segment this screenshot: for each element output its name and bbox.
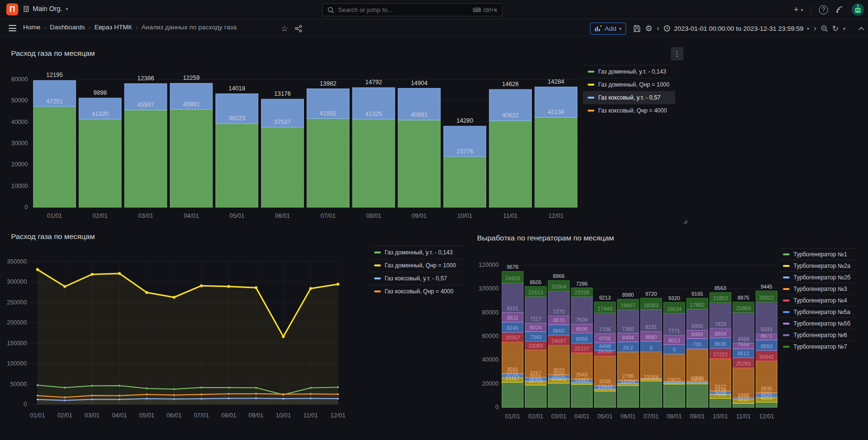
legend-color-chip bbox=[374, 277, 381, 279]
top-bar: Π Main Org. ▾ ⌨ ctrl+k + ▾ ? bbox=[0, 0, 868, 19]
legend-item[interactable]: Турбогенератор №5б bbox=[779, 317, 857, 329]
legend-label: Газ коксовый, у.т. - 0,57 bbox=[385, 275, 447, 282]
svg-text:03/01: 03/01 bbox=[551, 413, 566, 420]
legend-item[interactable]: Газ доменный, у.т. - 0,143 bbox=[369, 246, 465, 259]
legend-item[interactable]: Газ доменный, Qнр = 1000 bbox=[583, 78, 675, 91]
svg-text:06/01: 06/01 bbox=[275, 213, 290, 219]
time-back-icon[interactable]: ‹ bbox=[657, 24, 660, 33]
svg-text:14284: 14284 bbox=[548, 78, 565, 85]
svg-text:06/01: 06/01 bbox=[166, 412, 181, 419]
building-icon bbox=[23, 6, 29, 12]
time-range-picker[interactable]: 2023-01-01 00:00:00 to 2023-12-31 23:59:… bbox=[664, 25, 809, 32]
zoom-out-icon[interactable] bbox=[821, 25, 828, 32]
help-icon[interactable]: ? bbox=[819, 5, 828, 14]
legend-item[interactable]: Газ доменный, Qнр = 1000 bbox=[369, 259, 465, 272]
legend-label: Газ доменный, Qнр = 1000 bbox=[598, 81, 669, 88]
avatar[interactable] bbox=[852, 3, 864, 16]
news-icon[interactable] bbox=[836, 6, 844, 14]
search-box[interactable]: ⌨ ctrl+k bbox=[322, 3, 503, 16]
svg-text:08/01: 08/01 bbox=[366, 213, 381, 219]
legend-item[interactable]: Турбогенератор №4 bbox=[779, 294, 857, 306]
panel-generator-output-bars: Выработка по генераторам по месяцам 0200… bbox=[473, 228, 864, 440]
svg-text:06/01: 06/01 bbox=[620, 413, 635, 420]
svg-text:04/01: 04/01 bbox=[574, 413, 589, 420]
svg-text:04/01: 04/01 bbox=[112, 412, 127, 419]
add-panel-button[interactable]: Add ▾ bbox=[590, 23, 626, 35]
svg-text:47251: 47251 bbox=[46, 98, 63, 105]
breadcrumb-dashboards[interactable]: Dashboards bbox=[50, 24, 85, 31]
svg-text:37537: 37537 bbox=[274, 119, 291, 126]
svg-text:9213: 9213 bbox=[599, 295, 611, 301]
svg-text:09/01: 09/01 bbox=[690, 413, 704, 420]
svg-text:03/01: 03/01 bbox=[138, 213, 153, 219]
legend-item[interactable]: Турбогенератор №2а bbox=[779, 260, 857, 271]
save-icon[interactable] bbox=[633, 25, 641, 32]
legend-item[interactable]: Турбогенератор №7 bbox=[779, 340, 857, 352]
panel-menu-icon[interactable]: ⋮ bbox=[671, 47, 683, 61]
svg-text:11/01: 11/01 bbox=[303, 412, 318, 419]
new-button[interactable]: + ▾ bbox=[793, 5, 803, 15]
svg-text:0: 0 bbox=[495, 404, 499, 411]
gear-icon[interactable]: ⚙ bbox=[645, 24, 652, 34]
svg-text:01/01: 01/01 bbox=[47, 213, 62, 219]
grafana-logo[interactable]: Π bbox=[6, 3, 18, 15]
legend-item[interactable]: Турбогенератор №3 bbox=[779, 283, 857, 294]
svg-text:50000: 50000 bbox=[10, 381, 27, 388]
breadcrumb-current: Анализ данных по расходу газа bbox=[141, 24, 237, 31]
legend-item[interactable]: Газ коксовый, у.т. - 0,57 bbox=[583, 91, 675, 104]
legend-item[interactable]: Турбогенератор №2б bbox=[779, 271, 857, 283]
svg-text:01/01: 01/01 bbox=[30, 412, 45, 419]
chevron-down-icon: ▾ bbox=[619, 26, 621, 31]
refresh-icon[interactable]: ↻ bbox=[832, 24, 839, 33]
legend-item[interactable]: Турбогенератор №1 bbox=[779, 248, 857, 260]
svg-text:12386: 12386 bbox=[138, 75, 154, 82]
svg-text:100000: 100000 bbox=[7, 360, 27, 367]
legend-item[interactable]: Газ доменный, у.т. - 0,143 bbox=[583, 65, 675, 78]
favorite-star-icon[interactable]: ☆ bbox=[281, 24, 288, 34]
legend-color-chip bbox=[783, 346, 790, 348]
svg-text:02/01: 02/01 bbox=[528, 413, 543, 420]
legend-label: Газ коксовый, Qнр = 4000 bbox=[385, 288, 453, 295]
menu-icon[interactable] bbox=[9, 25, 16, 31]
legend-label: Газ коксовый, Qнр = 4000 bbox=[598, 107, 667, 114]
search-icon bbox=[327, 7, 334, 13]
svg-text:200000: 200000 bbox=[7, 319, 27, 326]
svg-text:41325: 41325 bbox=[365, 111, 382, 117]
svg-text:150000: 150000 bbox=[7, 340, 27, 347]
breadcrumb: Home › Dashboards › Евраз НТМК › Анализ … bbox=[23, 24, 237, 31]
legend-label: Газ доменный, у.т. - 0,143 bbox=[598, 68, 666, 75]
search-input[interactable] bbox=[338, 6, 469, 13]
time-forward-icon[interactable]: › bbox=[814, 24, 817, 33]
collapse-top-icon[interactable] bbox=[858, 27, 864, 30]
svg-text:08/01: 08/01 bbox=[667, 413, 681, 420]
share-icon[interactable] bbox=[295, 25, 302, 32]
breadcrumb-home[interactable]: Home bbox=[23, 24, 40, 31]
panel-title: Расход газа по месяцам bbox=[11, 232, 95, 241]
svg-text:10/01: 10/01 bbox=[713, 413, 728, 420]
svg-text:45891: 45891 bbox=[183, 101, 200, 108]
legend-item[interactable]: Газ коксовый, Qнр = 4000 bbox=[369, 285, 465, 298]
org-switcher[interactable]: Main Org. ▾ bbox=[23, 5, 68, 13]
svg-text:07/01: 07/01 bbox=[321, 213, 336, 219]
legend-item[interactable]: Турбогенератор №6 bbox=[779, 329, 857, 340]
svg-text:40622: 40622 bbox=[502, 112, 519, 119]
svg-text:10/01: 10/01 bbox=[276, 412, 291, 419]
legend-color-chip bbox=[783, 277, 790, 278]
legend-color-chip bbox=[783, 323, 790, 325]
panel-title: Выработка по генераторам по месяцам bbox=[477, 234, 614, 242]
panel-resize-handle[interactable] bbox=[683, 219, 687, 224]
breadcrumb-folder[interactable]: Евраз НТМК bbox=[94, 24, 132, 31]
legend-label: Газ доменный, Qнр = 1000 bbox=[385, 262, 456, 269]
legend-label: Турбогенератор №4 bbox=[793, 297, 847, 304]
refresh-interval-dropdown[interactable]: ▾ bbox=[843, 26, 845, 31]
legend-color-chip bbox=[783, 311, 790, 313]
legend-item[interactable]: Газ коксовый, Qнр = 4000 bbox=[583, 104, 675, 117]
time-range-text: 2023-01-01 00:00:00 to 2023-12-31 23:59:… bbox=[674, 25, 803, 32]
legend-item[interactable]: Турбогенератор №5а bbox=[779, 306, 857, 317]
legend-color-chip bbox=[783, 253, 790, 255]
svg-text:9320: 9320 bbox=[668, 295, 680, 301]
svg-text:8563: 8563 bbox=[715, 285, 726, 291]
legend-item[interactable]: Газ коксовый, у.т. - 0,57 bbox=[369, 272, 465, 285]
chevron-down-icon: ▾ bbox=[801, 7, 803, 13]
svg-text:09/01: 09/01 bbox=[249, 412, 264, 419]
